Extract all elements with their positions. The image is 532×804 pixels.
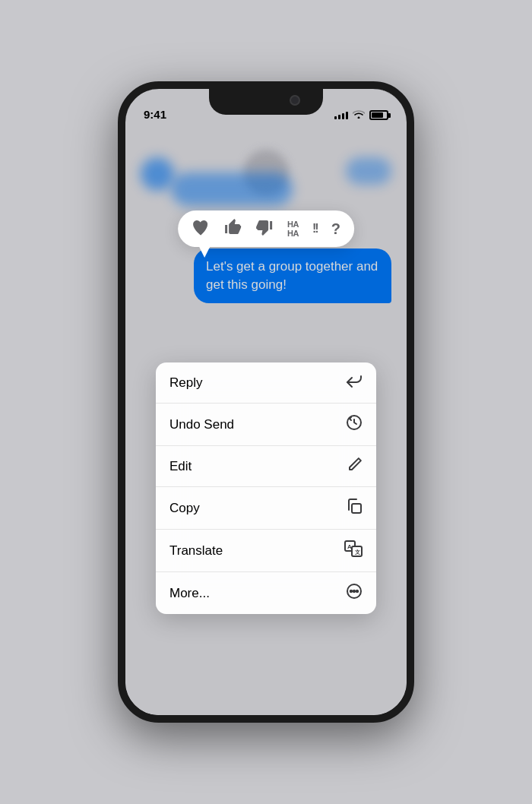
menu-label-edit: Edit (169, 459, 192, 474)
reaction-thumbs-down[interactable] (255, 218, 274, 239)
undo-send-icon (346, 414, 363, 435)
svg-point-8 (353, 590, 355, 592)
menu-item-reply[interactable]: Reply (156, 362, 376, 404)
status-icons (334, 109, 388, 121)
reaction-bar: HAHA !! ? (178, 210, 354, 247)
more-icon (346, 583, 363, 603)
signal-bars (334, 112, 348, 119)
status-time: 9:41 (144, 108, 166, 121)
menu-item-translate[interactable]: Translate A 文 (156, 530, 376, 572)
menu-label-more: More... (169, 586, 210, 601)
reply-icon (346, 373, 363, 392)
battery-icon (369, 110, 388, 120)
translate-icon: A 文 (344, 540, 363, 561)
signal-bar-2 (338, 115, 340, 119)
menu-item-more[interactable]: More... (156, 572, 376, 614)
edit-icon (347, 457, 363, 476)
svg-text:文: 文 (355, 549, 360, 555)
phone-frame: 9:41 (118, 81, 414, 723)
reaction-heart[interactable] (192, 219, 210, 239)
front-camera (290, 95, 300, 106)
menu-label-copy: Copy (169, 501, 200, 516)
reaction-question[interactable]: ? (331, 221, 340, 236)
svg-point-7 (350, 590, 352, 592)
reaction-haha[interactable]: HAHA (287, 220, 299, 238)
screen: 9:41 (125, 89, 407, 715)
menu-item-undo-send[interactable]: Undo Send (156, 404, 376, 446)
notch (209, 89, 323, 115)
context-menu: Reply Undo Send (156, 362, 376, 614)
menu-label-undo-send: Undo Send (169, 417, 234, 432)
battery-fill (372, 112, 383, 118)
menu-label-translate: Translate (169, 543, 223, 559)
reaction-exclamation[interactable]: !! (312, 223, 318, 235)
copy-icon (346, 498, 363, 518)
svg-point-9 (356, 590, 358, 592)
menu-label-reply: Reply (169, 375, 202, 391)
wifi-icon (353, 109, 365, 121)
svg-rect-1 (352, 504, 361, 513)
signal-bar-3 (342, 113, 344, 119)
signal-bar-4 (346, 112, 348, 119)
signal-bar-1 (334, 116, 337, 119)
menu-item-copy[interactable]: Copy (156, 487, 376, 530)
reaction-thumbs-up[interactable] (223, 218, 242, 239)
menu-item-edit[interactable]: Edit (156, 446, 376, 487)
